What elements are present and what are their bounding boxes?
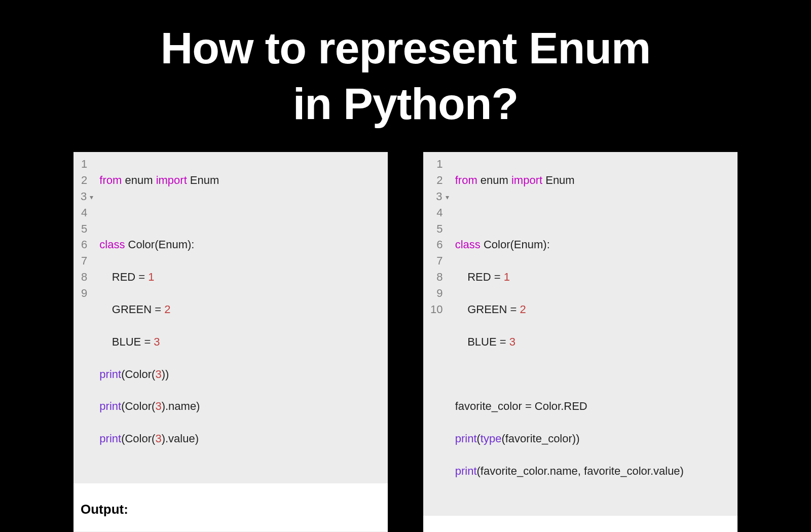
- number-literal: 1: [504, 271, 510, 283]
- code-text: Enum: [187, 174, 219, 186]
- code-line: from enum import Enum: [455, 172, 732, 188]
- line-number: 5: [81, 221, 93, 237]
- line-number: 5: [430, 221, 449, 237]
- line-number: 4: [81, 205, 93, 221]
- code-text: RED =: [455, 271, 504, 283]
- right-output-label: Output:: [423, 516, 738, 532]
- number-literal: 3: [155, 368, 161, 381]
- right-code: from enum import Enum class Color(Enum):…: [453, 152, 738, 516]
- number-literal: 2: [520, 303, 526, 316]
- code-line: favorite_color = Color.RED: [455, 398, 732, 414]
- code-line: print(Color(3).value): [99, 431, 383, 447]
- left-code: from enum import Enum class Color(Enum):…: [97, 152, 388, 483]
- code-text: (: [477, 432, 481, 445]
- number-literal: 3: [154, 335, 160, 348]
- keyword-import: import: [511, 174, 542, 186]
- code-line: GREEN = 2: [455, 301, 732, 318]
- code-text: Enum: [542, 174, 575, 186]
- line-number: 8: [430, 269, 449, 285]
- code-text: enum: [122, 174, 156, 186]
- line-number: 4: [430, 205, 449, 221]
- code-text: ).value): [162, 432, 199, 445]
- number-literal: 3: [509, 335, 515, 348]
- line-number: 2: [430, 172, 449, 188]
- code-line: RED = 1: [99, 269, 383, 285]
- code-text: Color(Enum):: [481, 238, 550, 251]
- right-panel: 1 2 3 ▾4 5 6 7 8 9 10 from enum import E…: [423, 152, 738, 532]
- line-number: 9: [81, 285, 93, 301]
- left-gutter: 1 2 3 ▾4 5 6 7 8 9: [73, 152, 97, 483]
- code-text: ).name): [162, 400, 200, 412]
- code-line: print(Color(3).name): [99, 398, 383, 414]
- line-number: 6: [430, 237, 449, 253]
- line-number: 7: [81, 253, 93, 269]
- line-number: 8: [81, 269, 93, 285]
- builtin-print: print: [99, 400, 121, 412]
- code-line: class Color(Enum):: [99, 237, 383, 253]
- page-title: How to represent Enum in Python?: [0, 0, 811, 152]
- code-line: print(Color(3)): [99, 366, 383, 383]
- title-line-2: in Python?: [293, 79, 519, 129]
- code-text: (Color(: [121, 400, 155, 412]
- left-panel: 1 2 3 ▾4 5 6 7 8 9 from enum import Enum…: [73, 152, 388, 532]
- keyword-class: class: [455, 238, 481, 251]
- line-number: 3 ▾: [430, 188, 449, 205]
- line-number: 1: [430, 156, 449, 172]
- code-line: print(type(favorite_color)): [455, 431, 732, 447]
- builtin-print: print: [99, 432, 121, 445]
- keyword-from: from: [99, 174, 122, 186]
- code-line: BLUE = 3: [99, 334, 383, 350]
- code-text: GREEN =: [99, 303, 164, 316]
- code-line: [455, 205, 732, 221]
- panels-row: 1 2 3 ▾4 5 6 7 8 9 from enum import Enum…: [0, 152, 811, 532]
- keyword-import: import: [156, 174, 187, 186]
- code-text: favorite_color = Color.RED: [455, 400, 587, 412]
- left-code-block: 1 2 3 ▾4 5 6 7 8 9 from enum import Enum…: [73, 152, 388, 483]
- fold-icon: ▾: [90, 193, 93, 201]
- builtin-print: print: [455, 432, 477, 445]
- builtin-print: print: [455, 465, 477, 477]
- fold-icon: ▾: [446, 193, 449, 201]
- title-line-1: How to represent Enum: [161, 23, 651, 73]
- keyword-from: from: [455, 174, 477, 186]
- code-text: (Color(: [121, 368, 155, 381]
- right-code-block: 1 2 3 ▾4 5 6 7 8 9 10 from enum import E…: [423, 152, 738, 516]
- code-line: print(favorite_color.name, favorite_colo…: [455, 463, 732, 479]
- number-literal: 1: [148, 271, 154, 283]
- number-literal: 3: [155, 400, 161, 412]
- line-number: 7: [430, 253, 449, 269]
- code-line: [99, 205, 383, 221]
- line-number: 1: [81, 156, 93, 172]
- code-text: BLUE =: [99, 335, 154, 348]
- code-line: class Color(Enum):: [455, 237, 732, 253]
- line-number: 9: [430, 285, 449, 301]
- code-text: BLUE =: [455, 335, 509, 348]
- number-literal: 2: [164, 303, 170, 316]
- right-gutter: 1 2 3 ▾4 5 6 7 8 9 10: [423, 152, 453, 516]
- code-text: enum: [477, 174, 511, 186]
- line-number: 10: [430, 301, 449, 318]
- code-text: (Color(: [121, 432, 155, 445]
- code-text: (favorite_color.name, favorite_color.val…: [477, 465, 684, 477]
- line-number: 3 ▾: [81, 188, 93, 205]
- code-text: GREEN =: [455, 303, 520, 316]
- code-text: RED =: [99, 271, 148, 283]
- code-line: from enum import Enum: [99, 172, 383, 188]
- line-number: 2: [81, 172, 93, 188]
- code-line: BLUE = 3: [455, 334, 732, 350]
- code-text: )): [162, 368, 169, 381]
- number-literal: 3: [155, 432, 161, 445]
- keyword-class: class: [99, 238, 125, 251]
- code-line: RED = 1: [455, 269, 732, 285]
- code-line: GREEN = 2: [99, 301, 383, 318]
- line-number: 6: [81, 237, 93, 253]
- code-text: Color(Enum):: [125, 238, 194, 251]
- left-output-label: Output:: [73, 483, 388, 531]
- code-text: (favorite_color)): [501, 432, 579, 445]
- builtin-type: type: [481, 432, 502, 445]
- code-line: [455, 366, 732, 383]
- builtin-print: print: [99, 368, 121, 381]
